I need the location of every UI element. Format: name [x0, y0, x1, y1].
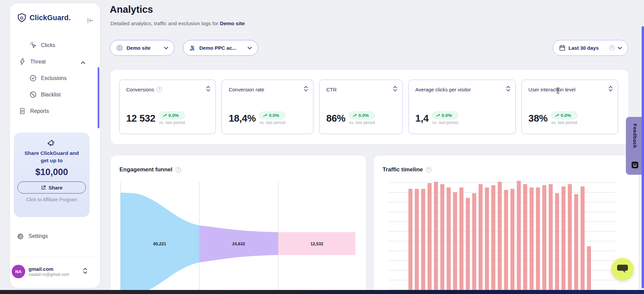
- page-scrollbar-thumb[interactable]: [642, 26, 644, 288]
- kpi-card-conversions: Conversions ? 12 532: [119, 80, 216, 134]
- metric-sort-icon[interactable]: [609, 86, 612, 93]
- traffic-bar: [472, 193, 476, 294]
- traffic-bar: [568, 184, 572, 294]
- chat-bubble-icon: [616, 264, 629, 275]
- sidebar-item-blacklist[interactable]: Blacklist: [10, 86, 100, 103]
- svg-text:?: ?: [428, 168, 430, 172]
- traffic-bar: [549, 184, 553, 294]
- kpi-card-ctr: CTR 86% 0.0%: [319, 80, 402, 134]
- avatar: NA: [12, 265, 25, 278]
- metric-sort-icon[interactable]: [206, 86, 210, 93]
- affiliate-promo-card: Share ClickGuard and get up to $10,000 S…: [14, 132, 90, 217]
- metric-sort-icon[interactable]: [393, 86, 397, 93]
- text-cursor: [556, 87, 560, 94]
- traffic-bar: [434, 182, 438, 294]
- traffic-bar: [530, 187, 534, 294]
- help-icon[interactable]: ?: [176, 167, 181, 173]
- gear-icon: [16, 232, 24, 240]
- traffic-bar: [517, 181, 521, 294]
- traffic-bar: [453, 192, 457, 294]
- delta-badge: 0.0%: [349, 112, 375, 119]
- site-selector[interactable]: Demo site: [110, 40, 175, 56]
- sidebar-item-label: Exclusions: [41, 75, 66, 81]
- ppc-account-selector[interactable]: Demo PPC ac...: [183, 40, 258, 56]
- lightning-icon: [19, 58, 26, 65]
- traffic-bar: [421, 189, 425, 294]
- metric-sort-icon[interactable]: [304, 86, 308, 93]
- sidebar-item-exclusions[interactable]: Exclusions: [10, 70, 100, 86]
- select-chevrons-icon: [83, 267, 87, 276]
- delta-caption: vs. last period: [259, 120, 285, 125]
- traffic-bar: [536, 187, 540, 294]
- collapse-sidebar-button[interactable]: [87, 17, 94, 24]
- kpi-panel: Conversions ? 12 532: [111, 70, 628, 144]
- badge-check-icon: [30, 75, 37, 82]
- kpi-value: 86%: [326, 113, 345, 124]
- funnel-stage-value: 65,221: [153, 242, 166, 246]
- kpi-card-avg-clicks: Average clicks per visitor 1,4: [408, 80, 516, 134]
- kpi-value: 1,4: [415, 113, 429, 124]
- traffic-bar: [587, 246, 591, 294]
- traffic-bar: [491, 185, 495, 294]
- sidebar-item-label: Reports: [30, 108, 49, 114]
- traffic-bar: [440, 184, 444, 294]
- funnel-title: Engagement funnel: [119, 166, 172, 173]
- sidebar-item-settings[interactable]: Settings: [10, 228, 100, 244]
- sidebar-item-label: Threat: [30, 59, 46, 65]
- delta-caption: vs. last period: [159, 120, 185, 125]
- promo-text: Share ClickGuard and get up to: [24, 150, 79, 164]
- sidebar-item-reports[interactable]: Reports: [10, 103, 100, 119]
- delta-caption: vs. last period: [432, 120, 458, 125]
- kpi-label: Average clicks per visitor: [415, 87, 471, 92]
- traffic-plot: [388, 179, 615, 294]
- kpi-label: Conversion rate: [229, 87, 264, 92]
- date-range-value: Last 30 days: [568, 45, 599, 51]
- analytics-page: G ClickGuard. Clicks: [0, 0, 644, 294]
- delta-badge: 0.0%: [259, 112, 285, 119]
- account-email: naatali.ro@gmail.com: [29, 272, 69, 277]
- globe-icon: [116, 44, 123, 51]
- share-button-label: Share: [49, 185, 63, 191]
- help-icon[interactable]: ?: [426, 167, 432, 173]
- sidebar-menu: Clicks Threat Exclusions: [10, 37, 100, 119]
- affiliate-link[interactable]: Click to Affiliate Program: [26, 197, 77, 202]
- sidebar-item-label: Settings: [29, 233, 48, 239]
- delta-badge: 0.0%: [159, 112, 185, 119]
- feedback-tab[interactable]: Feedback: [626, 117, 644, 175]
- traffic-bar: [523, 184, 527, 294]
- chevron-down-icon: [618, 47, 622, 49]
- kpi-card-conversion-rate: Conversion rate 18,4% 0.: [221, 80, 313, 134]
- document-icon: [19, 108, 26, 115]
- chat-launcher-button[interactable]: [611, 258, 634, 280]
- share-button[interactable]: Share: [17, 181, 86, 194]
- logo: G ClickGuard.: [17, 13, 71, 23]
- svg-text:G: G: [20, 15, 23, 20]
- traffic-bar: [415, 189, 419, 294]
- promo-amount: $10,000: [35, 167, 68, 177]
- external-link-icon: [41, 185, 46, 190]
- sidebar-scrollbar-thumb[interactable]: [98, 67, 99, 128]
- funnel-stage-value: 12,532: [310, 242, 323, 246]
- trend-up-icon: [436, 114, 440, 117]
- metric-sort-icon[interactable]: [506, 86, 510, 93]
- taskbar-edge: [0, 290, 644, 294]
- traffic-bar: [504, 190, 508, 294]
- help-icon[interactable]: ?: [156, 87, 162, 92]
- date-range-selector[interactable]: Last 30 days ?: [553, 40, 628, 56]
- kpi-value: 38%: [529, 113, 548, 124]
- page-subtitle: Detailed analytics, traffic and exclusio…: [110, 20, 245, 27]
- account-switcher[interactable]: NA gmail.com naatali.ro@gmail.com: [10, 261, 100, 282]
- sidebar-item-label: Clicks: [41, 42, 55, 48]
- chevron-down-icon: [164, 47, 168, 49]
- kpi-label: CTR: [326, 87, 337, 92]
- account-name: gmail.com: [29, 266, 69, 272]
- help-icon[interactable]: ?: [609, 45, 615, 51]
- clickguard-shield-icon: G: [17, 13, 27, 23]
- sidebar-item-threat[interactable]: Threat: [10, 53, 100, 70]
- sidebar-item-clicks[interactable]: Clicks: [10, 37, 100, 53]
- sidebar-item-label: Blacklist: [41, 92, 61, 98]
- traffic-bar: [408, 189, 412, 294]
- page-title: Analytics: [110, 4, 153, 15]
- kpi-value: 12 532: [126, 113, 155, 124]
- site-selector-value: Demo site: [127, 45, 151, 51]
